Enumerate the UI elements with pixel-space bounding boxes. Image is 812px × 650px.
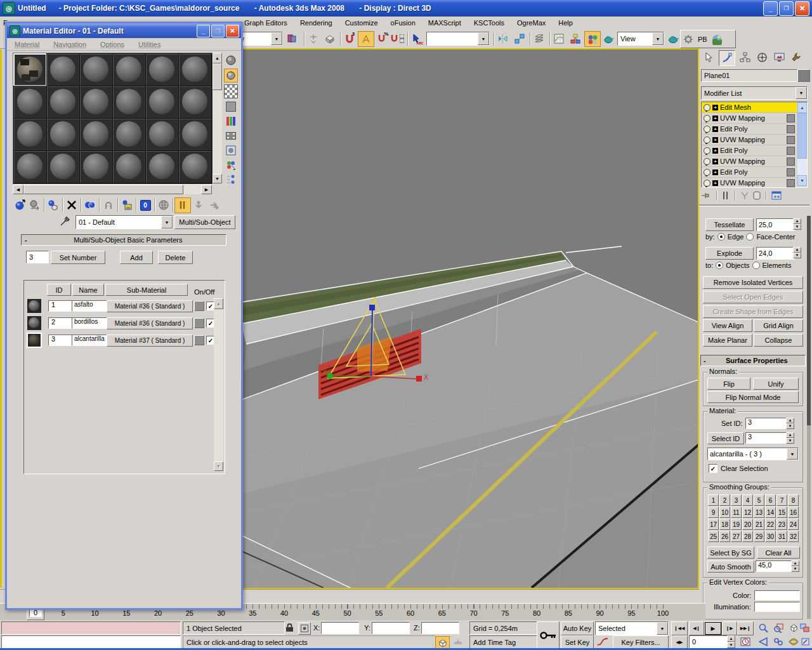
by-edge-radio[interactable] [717,233,725,241]
selection-set-dropdown[interactable]: Selected ▼ [595,621,669,635]
menu-item[interactable]: oFusion [390,18,417,28]
modifier-stack-item[interactable]: + Edit Poly [702,145,797,156]
smoothing-group-button[interactable]: 13 [754,507,764,518]
expand-plus-icon[interactable]: + [712,148,718,154]
command-panel-scrollbar[interactable] [807,216,811,619]
sub-material-preview[interactable] [27,316,41,330]
auto-smooth-spinner[interactable]: ▲▼ [791,560,799,571]
smoothing-group-button[interactable]: 29 [754,531,764,542]
make-unique-material-icon[interactable] [101,198,116,213]
sub-material-button[interactable]: Material #36 ( Standard ) [107,317,193,329]
get-material-icon[interactable] [12,198,27,213]
select-by-sg-button[interactable]: Select By SG [707,547,754,559]
material-editor-close-button[interactable]: ✕ [226,25,239,37]
modifier-stack-item[interactable]: + Edit Poly [702,167,797,178]
smoothing-group-button[interactable]: 2 [719,494,730,506]
smoothing-group-button[interactable]: 28 [742,531,753,542]
material-slot[interactable] [46,118,80,151]
set-id-spinner[interactable]: ▲▼ [786,418,794,428]
modifier-stack-item[interactable]: + UVW Mapping [702,113,797,124]
to-elements-radio[interactable] [752,262,760,269]
make-planar-button[interactable]: Make Planar [703,334,752,347]
schematic-view-icon[interactable] [568,31,583,46]
smoothing-group-button[interactable]: 3 [731,494,742,506]
menu-item[interactable]: Customize [344,18,379,28]
tab-create[interactable] [702,50,717,65]
visibility-bulb-icon[interactable] [704,104,710,111]
auto-smooth-field[interactable]: 45,0 [756,560,793,572]
render-setup-icon[interactable] [601,31,616,46]
select-id-field[interactable]: 3 [745,432,788,444]
smoothing-group-button[interactable]: 8 [788,494,799,506]
sub-material-color-swatch[interactable] [194,335,204,345]
snap-dish-icon[interactable] [452,636,464,648]
flip-normal-mode-button[interactable]: Flip Normal Mode [707,391,799,403]
delete-button[interactable]: Delete [158,251,193,264]
key-mode-toggle-button[interactable]: ◀▶ [671,635,688,649]
sample-type-icon[interactable] [225,54,237,67]
smoothing-group-button[interactable]: 25 [708,531,719,542]
material-slot[interactable] [145,53,179,86]
material-slot[interactable] [145,118,179,151]
add-button[interactable]: Add [120,251,153,264]
material-slot[interactable] [145,86,179,119]
material-editor-window[interactable]: ◎ Material Editor - 01 - Default _ ❐ ✕ M… [5,22,243,610]
visibility-bulb-icon[interactable] [704,136,710,143]
menu-item[interactable]: OgreMax [516,18,547,28]
frame-spinner[interactable]: ▲▼ [727,635,735,648]
previous-frame-button[interactable]: ◀❙ [689,621,704,635]
selection-lock-icon[interactable] [284,622,295,633]
tab-hierarchy[interactable] [737,50,752,65]
background-icon[interactable] [224,84,238,98]
auto-key-button[interactable]: Auto Key [561,621,594,635]
material-editor-menu-item[interactable]: Navigation [53,41,86,48]
sub-material-scrollbar[interactable]: ▲ ▼ [214,298,223,471]
layers-icon[interactable] [532,31,547,46]
modifier-list-dropdown[interactable]: Modifier List ▼ [701,86,808,100]
pick-material-from-object-icon[interactable] [58,215,72,228]
pin-stack-icon[interactable] [701,191,711,200]
sub-material-name-field[interactable]: asfalto [72,300,108,312]
vertex-color-swatch[interactable] [754,590,800,600]
smoothing-group-button[interactable]: 15 [776,507,787,518]
menu-item[interactable]: MAXScript [427,18,462,28]
set-id-field[interactable]: 3 [745,418,788,429]
percent-snap-toggle-icon[interactable]: % [374,31,390,46]
zoom-all-icon[interactable] [771,621,785,634]
sub-material-name-field[interactable]: alcantarilla [72,335,108,346]
grid-align-button[interactable]: Grid Align [754,319,803,332]
sub-material-name-field[interactable]: bordillos [72,317,108,329]
snap-toggle-3d-icon[interactable]: 3 [342,31,357,46]
perspective-viewport[interactable]: Z X Y [240,48,699,589]
y-field[interactable] [372,622,410,634]
make-material-copy-icon[interactable] [82,198,98,213]
sub-material-button[interactable]: Material #36 ( Standard ) [107,300,193,312]
modifier-stack-item[interactable]: + Edit Poly [702,124,797,135]
smoothing-group-button[interactable]: 20 [742,519,753,530]
material-editor-title-bar[interactable]: ◎ Material Editor - 01 - Default _ ❐ ✕ [7,23,241,38]
align-icon[interactable] [512,31,527,46]
expand-plus-icon[interactable]: + [712,180,718,186]
smoothing-group-button[interactable]: 14 [765,507,776,518]
menu-item[interactable]: Help [557,18,574,28]
visibility-bulb-icon[interactable] [704,180,710,187]
z-field[interactable] [421,622,459,634]
material-slot[interactable] [112,53,146,86]
put-material-to-scene-icon[interactable] [27,198,43,213]
illumination-swatch[interactable] [754,602,800,612]
smoothing-group-button[interactable]: 22 [765,519,776,530]
smoothing-group-button[interactable]: 24 [788,519,799,530]
assign-material-to-selection-icon[interactable] [46,198,61,213]
named-selection-dropdown[interactable]: ▼ [426,32,490,46]
smoothing-group-button[interactable]: 4 [742,494,753,506]
render-view-dropdown[interactable]: View ▼ [617,32,664,46]
auto-smooth-button[interactable]: Auto Smooth [707,560,754,573]
smoothing-group-button[interactable]: 27 [731,531,742,542]
rollout-header[interactable]: - Multi/Sub-Object Basic Parameters [21,234,226,246]
minimize-button[interactable]: _ [763,1,778,16]
material-editor-minimize-button[interactable]: _ [197,25,210,37]
modifier-stack-item[interactable]: + UVW Mapping [702,178,797,188]
field-of-view-icon[interactable] [756,635,770,648]
unify-button[interactable]: Unify [753,378,799,390]
smoothing-group-button[interactable]: 19 [731,519,742,530]
